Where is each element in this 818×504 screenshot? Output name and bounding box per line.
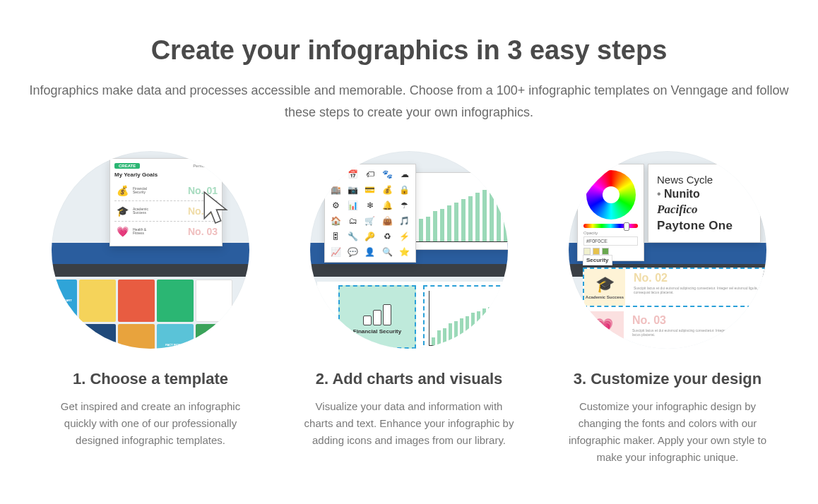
color-swatch[interactable]	[593, 248, 600, 255]
breadcrumb: Personal List	[193, 164, 218, 168]
bar	[494, 305, 497, 345]
template-thumbnail[interactable]	[118, 324, 155, 349]
bar	[482, 190, 487, 241]
editor-bar-chart	[429, 291, 508, 346]
bar	[460, 318, 463, 346]
library-icon[interactable]: 📊	[345, 198, 360, 212]
library-icon[interactable]: 🎵	[397, 214, 413, 228]
health-number: No. 03	[632, 314, 766, 327]
template-thumbnail[interactable]: COLORFUL CHART	[52, 280, 77, 322]
opacity-label: Opacity	[583, 231, 638, 235]
app-toolbar	[310, 264, 508, 277]
step-2-title: 2. Add charts and visuals	[316, 370, 503, 388]
goal-3-number: No. 03	[188, 226, 218, 237]
bar	[468, 196, 473, 241]
academic-number: No. 02	[634, 272, 766, 284]
library-icon[interactable]: 🔧	[345, 229, 360, 244]
step-2-illustration: 🏛📅🏷🐾☁🏬📷💳💰🔒⚙📊❄🔔☂🏠🗂🛒👜🎵🎛🔧🔑♻⚡📈💬👤🔍⭐ Financial…	[310, 151, 508, 349]
library-icon[interactable]: 📅	[345, 167, 360, 181]
template-thumbnail[interactable]	[79, 324, 116, 349]
step-2-desc: Visualize your data and information with…	[303, 398, 515, 449]
library-icon[interactable]: ⭐	[397, 245, 413, 259]
hearts-icon: 💗	[594, 318, 613, 336]
academic-text: No. 02 Suscipit lacus et dui euismod adi…	[629, 269, 766, 306]
popup-title: My Yearly Goals	[114, 172, 218, 178]
template-thumbnail[interactable]	[196, 324, 232, 349]
academic-lorem: Suscipit lacus et dui euismod adipiscing…	[634, 286, 766, 294]
step-3: Opacity #F0F0CE News Cycle Nunito Pacifi…	[552, 151, 783, 466]
bar	[437, 330, 441, 346]
template-thumbnail[interactable]	[79, 280, 116, 322]
library-icon[interactable]: 🏷	[362, 167, 378, 181]
template-thumbnail[interactable]	[52, 324, 77, 349]
selected-chart-block[interactable]	[423, 285, 508, 349]
library-icon[interactable]: 📷	[345, 183, 360, 197]
hex-input[interactable]: #F0F0CE	[583, 236, 638, 246]
library-icon[interactable]: 👤	[362, 245, 378, 259]
selected-image-block[interactable]: Financial Security	[338, 285, 416, 349]
library-icon[interactable]: 🗂	[345, 214, 360, 228]
library-icon[interactable]: 📈	[328, 245, 343, 259]
goal-2-label: Academic Success	[133, 208, 154, 215]
library-icon[interactable]: 💳	[362, 183, 378, 197]
library-icon[interactable]: 🔍	[379, 245, 395, 259]
bar	[447, 205, 451, 242]
bar	[471, 313, 475, 345]
color-swatch[interactable]	[602, 248, 609, 255]
bar	[432, 337, 435, 345]
library-icon[interactable]: ❄	[362, 198, 378, 212]
step-1-desc: Get inspired and create an infographic q…	[45, 398, 256, 449]
bar-chart	[408, 179, 508, 242]
font-option-nunito[interactable]: Nunito	[657, 188, 752, 200]
library-icon[interactable]: 🔔	[379, 198, 395, 212]
color-picker-panel[interactable]: Opacity #F0F0CE	[577, 164, 644, 261]
template-thumbnail[interactable]: FACT FICTION	[157, 324, 194, 349]
bar	[433, 211, 437, 241]
font-option-news-cycle[interactable]: News Cycle	[657, 174, 752, 186]
library-icon[interactable]: 🛒	[362, 214, 378, 228]
app-toolbar	[52, 264, 249, 277]
health-label: Health & Fitness	[586, 337, 620, 342]
font-picker-panel[interactable]: News Cycle Nunito Pacifico Paytone One	[648, 164, 761, 243]
goal-row-academic[interactable]: 🎓 Academic Success No. 02 Suscipit lacus…	[583, 268, 766, 307]
library-icon[interactable]: ⚙	[328, 198, 343, 212]
font-option-pacifico[interactable]: Pacifico	[657, 203, 752, 217]
bar	[497, 188, 501, 242]
color-swatch[interactable]	[583, 248, 591, 255]
library-icon[interactable]: 👜	[379, 214, 395, 228]
template-thumbnail[interactable]	[196, 280, 232, 322]
library-icon[interactable]: ☂	[397, 198, 413, 212]
library-icon[interactable]: ♻	[379, 229, 395, 244]
library-icon[interactable]: ☁	[397, 167, 413, 181]
font-option-paytone-one[interactable]: Paytone One	[657, 219, 752, 233]
library-icon[interactable]: 🏠	[328, 214, 343, 228]
library-icon[interactable]: 🔒	[397, 183, 413, 197]
graduation-cap-icon: 🎓	[114, 203, 130, 219]
library-icon[interactable]: 🐾	[379, 167, 395, 181]
template-grid: COLORFUL CHARTFACT FICTION	[52, 277, 249, 349]
selected-image-caption: Financial Security	[353, 328, 401, 335]
library-icon[interactable]: 🔑	[362, 229, 378, 244]
bar	[477, 311, 480, 345]
library-icon[interactable]: 🏬	[328, 183, 343, 197]
library-icon[interactable]: ⚡	[397, 229, 413, 244]
template-thumbnail[interactable]	[157, 280, 194, 322]
hearts-icon: 💗	[114, 224, 130, 239]
step-3-title: 3. Customize your design	[574, 370, 762, 388]
library-icon[interactable]: 🎛	[328, 229, 343, 244]
icon-library-panel: 🏛📅🏷🐾☁🏬📷💳💰🔒⚙📊❄🔔☂🏠🗂🛒👜🎵🎛🔧🔑♻⚡📈💬👤🔍⭐	[324, 164, 416, 263]
color-wheel[interactable]	[586, 170, 636, 220]
library-icon[interactable]: 🏛	[328, 167, 343, 181]
template-thumbnail[interactable]	[118, 280, 155, 322]
hue-slider[interactable]	[583, 224, 638, 228]
step-3-desc: Customize your infographic design by cha…	[562, 398, 773, 466]
step-1-illustration: COLORFUL CHARTFACT FICTION CREATE Person…	[52, 151, 249, 349]
bar	[426, 217, 430, 242]
bar	[419, 219, 423, 241]
create-button[interactable]: CREATE	[114, 163, 140, 169]
color-swatches	[583, 248, 638, 255]
library-icon[interactable]: 💬	[345, 245, 360, 259]
library-icon[interactable]: 💰	[379, 183, 395, 197]
graduation-cap-icon: 🎓	[595, 275, 615, 294]
bar	[505, 303, 508, 345]
